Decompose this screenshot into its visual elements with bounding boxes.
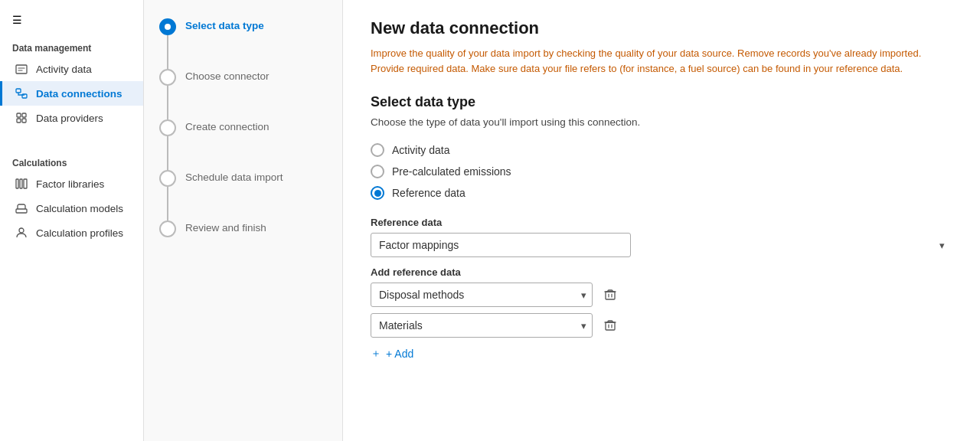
calculation-models-icon: [15, 201, 28, 215]
svg-rect-3: [17, 113, 21, 117]
sidebar-section-calculations: Calculations Factor libraries Calculatio…: [0, 149, 143, 245]
step-3-label: Create connection: [185, 119, 270, 132]
reference-data-field: Reference data Factor mappings Custom ma…: [371, 217, 952, 257]
sidebar-divider: [0, 136, 143, 142]
svg-rect-4: [22, 113, 26, 117]
sidebar-section-data-management: Data management Activity data Data conne…: [0, 34, 143, 130]
add-reference-row-1: Disposal methods ▾: [371, 283, 952, 307]
section-subtitle: Choose the type of data you'll import us…: [371, 116, 830, 128]
sidebar-item-label: Calculation models: [36, 203, 123, 214]
step-1-circle: [159, 18, 176, 35]
disposal-methods-dropdown-wrapper: Disposal methods ▾: [371, 283, 593, 307]
sidebar: ☰ Data management Activity data Data con…: [0, 0, 144, 441]
svg-rect-13: [606, 322, 615, 330]
materials-dropdown-wrapper: Materials ▾: [371, 313, 593, 338]
step-review-and-finish[interactable]: Review and finish: [159, 220, 327, 237]
add-reference-data-button[interactable]: ＋ + Add: [371, 344, 413, 364]
disposal-methods-dropdown[interactable]: Disposal methods: [371, 283, 593, 307]
reference-data-dropdown-arrow: ▾: [939, 240, 945, 251]
info-text: Improve the quality of your data import …: [371, 46, 937, 76]
sidebar-item-label: Activity data: [36, 64, 92, 75]
radio-circle-activity-data: [371, 143, 384, 157]
step-3-circle: [159, 119, 176, 136]
svg-rect-5: [17, 119, 21, 122]
sidebar-item-activity-data[interactable]: Activity data: [0, 57, 143, 81]
sidebar-item-label: Calculation profiles: [36, 227, 123, 239]
svg-rect-9: [24, 179, 27, 188]
sidebar-section-label-calculations: Calculations: [0, 149, 143, 172]
add-reference-row-2: Materials ▾: [371, 313, 952, 338]
sidebar-item-calculation-models[interactable]: Calculation models: [0, 196, 143, 220]
step-5-label: Review and finish: [185, 220, 266, 234]
svg-point-11: [19, 228, 24, 233]
reference-data-dropdown[interactable]: Factor mappings Custom mappings: [371, 233, 631, 257]
step-schedule-data-import[interactable]: Schedule data import: [159, 170, 327, 220]
sidebar-section-label-data-management: Data management: [0, 34, 143, 57]
step-2-label: Choose connector: [185, 69, 270, 82]
data-connections-icon: [15, 87, 28, 100]
step-5-circle: [159, 220, 176, 237]
delete-materials-button[interactable]: [599, 314, 622, 337]
sidebar-item-calculation-profiles[interactable]: Calculation profiles: [0, 220, 143, 245]
menu-icon[interactable]: ☰: [0, 6, 143, 34]
page-title: New data connection: [371, 18, 952, 38]
section-title: Select data type: [371, 94, 952, 110]
step-create-connection[interactable]: Create connection: [159, 119, 327, 170]
stepper-panel: Select data type Choose connector Create…: [144, 0, 343, 441]
delete-disposal-methods-button[interactable]: [599, 283, 622, 306]
step-choose-connector[interactable]: Choose connector: [159, 69, 327, 119]
sidebar-item-label: Data providers: [36, 113, 103, 124]
radio-label-activity-data: Activity data: [392, 144, 449, 156]
step-2-circle: [159, 69, 176, 86]
step-3-line: [167, 136, 168, 170]
add-icon: ＋: [371, 347, 381, 361]
sidebar-item-label: Data connections: [36, 88, 122, 100]
reference-data-dropdown-wrapper: Factor mappings Custom mappings ▾: [371, 233, 952, 257]
radio-option-activity-data[interactable]: Activity data: [371, 143, 952, 157]
step-4-line: [167, 187, 168, 220]
svg-rect-1: [16, 89, 21, 93]
svg-rect-8: [20, 179, 22, 188]
sidebar-item-data-connections[interactable]: Data connections: [0, 81, 143, 106]
add-reference-data-label: Add reference data: [371, 266, 952, 278]
activity-data-icon: [15, 62, 28, 76]
radio-label-pre-calculated: Pre-calculated emissions: [392, 165, 511, 178]
radio-option-reference-data[interactable]: Reference data: [371, 186, 952, 200]
svg-rect-0: [16, 65, 27, 74]
svg-rect-6: [22, 119, 26, 122]
add-reference-data-section: Add reference data Disposal methods ▾ Ma…: [371, 266, 952, 364]
main-content: New data connection Improve the quality …: [343, 0, 980, 441]
data-providers-icon: [15, 111, 28, 125]
radio-option-pre-calculated[interactable]: Pre-calculated emissions: [371, 165, 952, 178]
svg-rect-10: [16, 209, 27, 213]
svg-rect-12: [606, 292, 615, 299]
radio-group: Activity data Pre-calculated emissions R…: [371, 143, 952, 200]
reference-data-field-label: Reference data: [371, 217, 952, 228]
radio-circle-pre-calculated: [371, 165, 384, 178]
step-select-data-type[interactable]: Select data type: [159, 18, 327, 69]
radio-circle-reference-data: [371, 186, 384, 200]
add-button-label: + Add: [386, 348, 413, 360]
sidebar-item-data-providers[interactable]: Data providers: [0, 106, 143, 130]
factor-libraries-icon: [15, 177, 28, 191]
step-1-line: [167, 35, 168, 69]
step-4-label: Schedule data import: [185, 170, 283, 183]
sidebar-item-factor-libraries[interactable]: Factor libraries: [0, 172, 143, 196]
step-2-line: [167, 86, 168, 119]
calculation-profiles-icon: [15, 226, 28, 240]
svg-rect-7: [16, 179, 18, 188]
step-4-circle: [159, 170, 176, 187]
step-1-label: Select data type: [185, 18, 264, 31]
sidebar-item-label: Factor libraries: [36, 178, 104, 190]
materials-dropdown[interactable]: Materials: [371, 313, 593, 338]
radio-label-reference-data: Reference data: [392, 187, 466, 199]
